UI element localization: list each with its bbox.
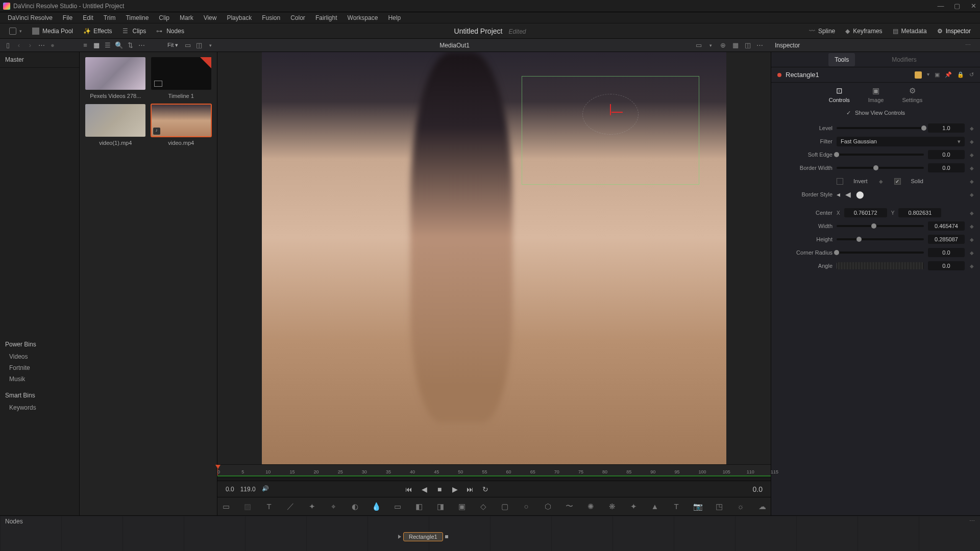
go-end-icon[interactable]: ⏭ [465,484,475,494]
metadata-button[interactable]: ▤Metadata [888,26,932,37]
keyframe-diamond-icon[interactable]: ◆ [969,152,975,158]
keyframe-diamond-icon[interactable]: ◆ [969,126,975,131]
menu-playback[interactable]: Playback [222,13,256,22]
more-icon[interactable]: ⋯ [137,41,146,50]
menu-mark[interactable]: Mark [175,13,198,22]
tool-merge-icon[interactable]: ▭ [392,501,403,512]
width-value[interactable]: 0.465474 [928,221,965,231]
tool-background-icon[interactable]: ▭ [220,501,232,512]
spline-button[interactable]: 〰Spline [804,26,840,37]
chevron-down-icon[interactable]: ▾ [927,71,929,79]
tool-pemitter-icon[interactable]: ✦ [628,501,639,512]
go-start-icon[interactable]: ⏮ [404,484,414,494]
versions-icon[interactable]: ▣ [935,71,940,79]
expand-ui-button[interactable]: ▾ [4,26,27,37]
media-clip[interactable]: Timeline 1 [151,57,212,99]
play-icon[interactable]: ▶ [450,484,460,494]
tool-light-icon[interactable]: ☼ [735,501,746,512]
close-icon[interactable]: ✕ [970,3,977,10]
pin-icon[interactable]: 📌 [945,71,952,79]
maximize-icon[interactable]: ▢ [953,3,961,10]
keyframe-diamond-icon[interactable]: ◆ [969,139,975,144]
nav-next-icon[interactable]: › [26,41,35,50]
menu-timeline[interactable]: Timeline [121,13,153,22]
tool-tracker-icon[interactable]: ✦ [306,501,317,512]
smart-bins-header[interactable]: Smart Bins [0,389,79,402]
subtab-controls[interactable]: ⊡Controls [829,86,850,103]
keyframe-diamond-icon[interactable]: ◆ [969,192,975,197]
angle-value[interactable]: 0.0 [928,261,965,270]
tool-tracker2-icon[interactable]: ⌖ [328,501,339,512]
lock-icon[interactable]: 🔒 [957,71,964,79]
thumb-icon[interactable]: ▦ [92,41,101,50]
inspector-button[interactable]: ⚙Inspector [932,26,976,37]
keyframe-diamond-icon[interactable]: ◆ [969,223,975,229]
tool-render3d-icon[interactable]: ☁ [756,501,768,512]
tool-polygon-icon[interactable]: ⬡ [542,501,553,512]
tool-camera3d-icon[interactable]: 📷 [692,501,703,512]
filter-select[interactable]: Fast Gaussian▾ [837,137,965,146]
fit-dropdown[interactable]: Fit ▾ [164,41,181,49]
nodes-panel[interactable]: Nodes ⋯ MediaIn1 Rectangle1 GaussianBlur… [0,515,980,551]
tool-fastnoise-icon[interactable]: ▨ [242,501,253,512]
corner-radius-slider[interactable] [837,252,924,254]
loop-icon[interactable]: ↻ [480,484,491,494]
tool-mattecontrol-icon[interactable]: ◧ [413,501,425,512]
nav-prev-icon[interactable]: ‹ [14,41,23,50]
level-slider[interactable] [837,127,924,129]
viewer-opt1-icon[interactable]: ▭ [694,41,703,50]
media-clip[interactable]: ♪video.mp4 [151,104,212,146]
view-split-icon[interactable]: ◫ [194,41,204,50]
border-width-slider[interactable] [837,167,924,169]
menu-davinci-resolve[interactable]: DaVinci Resolve [3,13,57,22]
subtab-settings[interactable]: ⚙Settings [902,86,922,103]
tool-colorcorrect-icon[interactable]: ◐ [349,501,360,512]
node-rectangle[interactable]: Rectangle1 [398,532,448,541]
menu-clip[interactable]: Clip [154,13,174,22]
stop-icon[interactable]: ■ [434,484,445,494]
menu-file[interactable]: File [58,13,77,22]
keyframes-button[interactable]: ◆Keyframes [840,26,887,37]
mask-rectangle-overlay[interactable] [522,77,699,184]
tool-rectangle-icon[interactable]: ▢ [499,501,510,512]
tool-particle-icon[interactable]: ✺ [585,501,596,512]
center-y-value[interactable]: 0.802631 [898,208,941,217]
clips-button[interactable]: ☰Clips [117,26,152,37]
height-slider[interactable] [837,238,924,240]
menu-fairlight[interactable]: Fairlight [311,13,342,22]
keyframe-diamond-icon[interactable]: ◆ [969,165,975,171]
keyframe-box-icon[interactable] [915,71,922,79]
tool-bspline-icon[interactable]: 〜 [564,501,575,512]
viewer-more-icon[interactable]: ⋯ [755,41,765,50]
viewer-opt2-icon[interactable]: ⊕ [719,41,728,50]
subtab-image[interactable]: ▣Image [868,86,884,103]
folder-videos[interactable]: Videos [9,351,79,362]
level-value[interactable]: 1.0 [928,123,965,133]
tool-prender-icon[interactable]: ❋ [606,501,618,512]
time-ruler[interactable]: 0510152025303540455055606570758085909510… [217,464,771,477]
nodes-button[interactable]: ⊶Nodes [151,26,189,37]
power-bins-header[interactable]: Power Bins [0,338,79,351]
tool-ellipse-icon[interactable]: ○ [521,501,532,512]
keyframe-diamond-icon[interactable]: ◆ [969,237,975,242]
soft-edge-slider[interactable] [837,154,924,156]
tool-blur-icon[interactable]: 💧 [371,501,382,512]
media-clip[interactable]: video(1).mp4 [85,104,146,146]
menu-edit[interactable]: Edit [78,13,98,22]
chevron-down-icon[interactable]: ▾ [706,41,716,50]
solid-check[interactable]: ✓ [894,178,901,185]
layout-icon[interactable]: ▯ [3,41,12,50]
effects-button[interactable]: ✨Effects [78,26,117,37]
media-pool-button[interactable]: Media Pool [27,26,78,37]
menu-color[interactable]: Color [286,13,310,22]
minimize-icon[interactable]: — [937,3,944,10]
smart-bin-keywords[interactable]: Keywords [9,402,79,413]
nodes-more-icon[interactable]: ⋯ [969,518,975,524]
strip-icon[interactable]: ☰ [103,41,112,50]
angle-dial[interactable] [837,262,924,269]
tool-channelbool-icon[interactable]: ◨ [435,501,446,512]
keyframe-diamond-icon[interactable]: ◆ [969,179,975,184]
tool-resize-icon[interactable]: ▣ [456,501,468,512]
tool-text3d-icon[interactable]: T [671,501,682,512]
show-view-controls-check[interactable]: ✓ [846,110,851,116]
